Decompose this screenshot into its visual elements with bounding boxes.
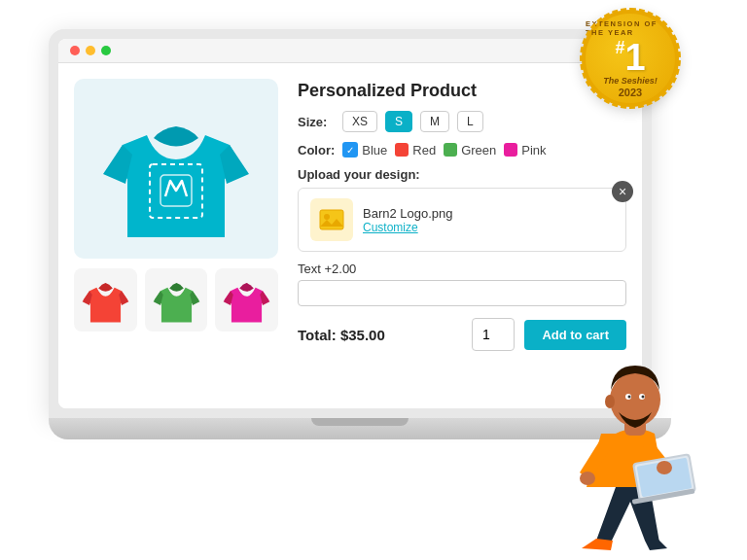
file-thumbnail — [310, 198, 353, 241]
customize-link[interactable]: Customize — [363, 221, 614, 234]
svg-point-16 — [605, 395, 615, 408]
thumbnail-row — [74, 268, 278, 332]
file-name: Barn2 Logo.png — [363, 206, 614, 221]
color-label: Color: — [298, 143, 335, 158]
upload-section: Upload your design: — [298, 167, 626, 252]
man-illustration — [552, 307, 728, 560]
svg-point-8 — [580, 472, 595, 485]
color-swatch-pink — [504, 143, 517, 157]
svg-point-9 — [657, 461, 672, 474]
dot-green[interactable] — [101, 46, 111, 55]
size-s[interactable]: S — [385, 111, 412, 132]
man-svg — [552, 307, 728, 560]
scene: Personalized Product Size: XS S M L Colo… — [0, 0, 747, 560]
color-row: Color: ✓ Blue Red Green — [298, 142, 626, 158]
badge-year: 2023 — [619, 87, 642, 98]
quantity-input[interactable] — [472, 318, 515, 351]
size-l[interactable]: L — [457, 111, 483, 132]
color-name-blue: Blue — [362, 143, 387, 158]
color-blue[interactable]: ✓ Blue — [342, 142, 387, 158]
main-product-image — [74, 79, 278, 259]
color-green[interactable]: Green — [444, 143, 496, 158]
svg-point-15 — [642, 396, 645, 399]
color-pink[interactable]: Pink — [504, 143, 546, 158]
text-field-label: Text +2.00 — [298, 262, 626, 276]
svg-point-14 — [628, 396, 631, 399]
size-row: Size: XS S M L — [298, 111, 626, 132]
thumbnail-red[interactable] — [74, 268, 137, 332]
size-label: Size: — [298, 115, 335, 129]
color-red[interactable]: Red — [395, 143, 436, 158]
laptop-notch — [311, 418, 409, 426]
badge-extension-text: EXTENSION OF THE YEAR — [586, 19, 675, 37]
badge-hash: # — [615, 39, 624, 56]
award-badge: EXTENSION OF THE YEAR # 1 The Seshies! 2… — [582, 10, 689, 117]
size-m[interactable]: M — [420, 111, 449, 132]
teal-sweatshirt-svg — [93, 91, 259, 247]
total-label: Total: $35.00 — [298, 327, 385, 343]
remove-file-button[interactable]: × — [612, 181, 633, 202]
color-swatch-red — [395, 143, 409, 157]
badge-circle: EXTENSION OF THE YEAR # 1 The Seshies! 2… — [582, 10, 679, 107]
thumbnail-pink[interactable] — [215, 268, 278, 332]
browser-bar — [58, 39, 642, 63]
product-images — [74, 79, 278, 393]
color-swatch-green — [444, 143, 457, 157]
thumbnail-green[interactable] — [145, 268, 208, 332]
image-icon — [318, 206, 345, 233]
dot-yellow[interactable] — [86, 46, 95, 55]
upload-label: Upload your design: — [298, 167, 626, 182]
color-check-blue: ✓ — [342, 142, 358, 158]
badge-seshies: The Seshies! — [603, 76, 658, 86]
badge-number: 1 — [624, 39, 645, 76]
text-field-section: Text +2.00 — [298, 262, 626, 306]
size-xs[interactable]: XS — [342, 111, 377, 132]
color-name-green: Green — [461, 143, 496, 158]
upload-box: Barn2 Logo.png Customize × — [298, 188, 626, 252]
svg-point-3 — [324, 214, 330, 220]
product-title: Personalized Product — [298, 81, 626, 101]
svg-point-11 — [610, 372, 660, 427]
color-name-pink: Pink — [521, 143, 546, 158]
file-info: Barn2 Logo.png Customize — [363, 206, 614, 234]
text-input[interactable] — [298, 280, 626, 306]
color-name-red: Red — [412, 143, 436, 158]
dot-red[interactable] — [70, 46, 80, 55]
